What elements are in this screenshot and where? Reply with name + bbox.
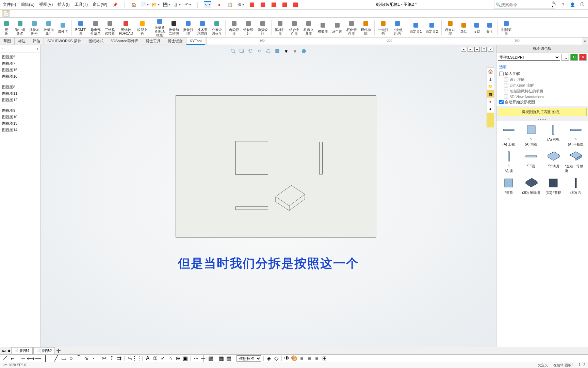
- balloon-icon[interactable]: ①: [152, 355, 158, 362]
- tree-item[interactable]: 图视图16: [0, 73, 40, 80]
- viewport-min-icon[interactable]: ‒: [474, 47, 480, 52]
- part-file-select[interactable]: 零件3.SLDPRT: [498, 54, 560, 61]
- orient-color1-icon[interactable]: ●: [487, 98, 494, 105]
- point-tool-icon[interactable]: ·: [91, 355, 97, 362]
- ribbon-addnum[interactable]: 批量加 图号: [27, 19, 42, 36]
- orient-yellow2-icon[interactable]: [487, 120, 494, 128]
- tab-标注[interactable]: 标注: [15, 37, 29, 45]
- view-thumb[interactable]: *等轴测: [543, 150, 565, 173]
- menu-insert[interactable]: 插入(I): [58, 2, 69, 7]
- sheet-tab[interactable]: 📄图纸1: [11, 347, 33, 354]
- view-thumb[interactable]: *当前: [498, 177, 520, 195]
- ribbon-flange[interactable]: 法兰库: [330, 21, 344, 34]
- view-thumb[interactable]: (3D) 右: [565, 177, 587, 195]
- opt-auto-project[interactable]: 自动开始投影视图: [499, 99, 585, 105]
- tab-评估[interactable]: 评估: [29, 37, 44, 45]
- prev-view-icon[interactable]: [247, 48, 254, 55]
- orient-home-icon[interactable]: 🏠: [487, 68, 494, 75]
- tree-item[interactable]: 图视图11: [0, 90, 40, 97]
- refresh-button[interactable]: ↻: [570, 54, 578, 61]
- layer-select[interactable]: -依照标准-: [236, 355, 261, 362]
- red2-icon[interactable]: 🟥: [260, 2, 266, 8]
- ribbon-print[interactable]: 批量打 印: [181, 19, 195, 36]
- view-thumb[interactable]: *下视: [520, 150, 542, 173]
- surface-finish-icon[interactable]: ✓: [160, 355, 166, 362]
- tree-item[interactable]: 图视图9: [0, 107, 40, 114]
- weld-symbol-icon[interactable]: ⌂: [167, 355, 173, 362]
- tree-item[interactable]: 图视图15: [0, 67, 40, 73]
- view-thumb[interactable]: ✎(A) 平板型: [565, 124, 587, 147]
- part-iso-view[interactable]: [275, 185, 306, 219]
- view-thumb[interactable]: (A) 右视: [543, 124, 565, 147]
- ribbon-setting[interactable]: 设置: [470, 21, 483, 34]
- dim-vert-icon[interactable]: │: [43, 355, 49, 362]
- help-icon[interactable]: ?: [560, 2, 566, 8]
- opt-dimxpert[interactable]: DimXpert 注解: [499, 82, 585, 88]
- hide-show-icon[interactable]: ▾: [283, 48, 290, 55]
- ribbon-export[interactable]: 导出部 件清单: [88, 19, 103, 36]
- print-icon[interactable]: 🖨: [174, 2, 180, 8]
- gtol-icon[interactable]: ⊕: [175, 355, 181, 362]
- viewport-prev-icon[interactable]: ◂: [461, 47, 466, 52]
- centerline-icon[interactable]: ┼: [200, 355, 206, 362]
- tree-item[interactable]: 图视图12: [0, 97, 40, 103]
- ribbon-replace[interactable]: 批量替 换图纸 模版: [152, 18, 167, 37]
- part-front-view[interactable]: [235, 141, 268, 175]
- menu-tools[interactable]: 工具(T): [75, 2, 88, 7]
- options-icon[interactable]: ⚙: [238, 2, 244, 8]
- menu-view[interactable]: 视图(V): [39, 2, 53, 7]
- rotate-icon[interactable]: [265, 48, 272, 55]
- table2-icon[interactable]: ▤: [226, 355, 232, 362]
- view-thumb[interactable]: ✎(A) 上视: [498, 124, 520, 147]
- ribbon-spring[interactable]: 弹簧设 计: [256, 19, 270, 36]
- note-icon[interactable]: A: [145, 355, 151, 362]
- red4-icon[interactable]: 🟥: [281, 2, 288, 8]
- home-icon[interactable]: 🏠: [131, 2, 137, 8]
- appearance-icon[interactable]: ●: [292, 48, 298, 55]
- tab-3DSource零件库[interactable]: 3DSource零件库: [107, 37, 142, 45]
- ribbon-u1[interactable]: 自定义1: [408, 21, 424, 34]
- ribbon-pack[interactable]: 一键打 包: [376, 19, 390, 36]
- new-icon[interactable]: 📄: [142, 2, 148, 8]
- layer1-icon[interactable]: ◈: [266, 355, 272, 362]
- bulb-icon[interactable]: ●: [216, 2, 222, 8]
- tab-图纸格式[interactable]: 图纸格式: [85, 37, 107, 45]
- part-right-view[interactable]: [319, 142, 323, 174]
- datum-icon[interactable]: ▣: [182, 355, 188, 362]
- about-icon[interactable]: ⓘ: [579, 2, 585, 8]
- sheet-tab[interactable]: 📄图纸2: [33, 347, 55, 354]
- search-dropdown-icon[interactable]: 🔍▾: [552, 1, 556, 8]
- line-tool-icon[interactable]: ╱: [53, 355, 59, 362]
- save-icon[interactable]: 💾: [163, 2, 169, 8]
- orient-color2-icon[interactable]: ●: [487, 105, 494, 113]
- dim-horiz-icon[interactable]: —: [35, 355, 41, 362]
- sketch-corner-icon[interactable]: ⌐: [10, 355, 16, 362]
- search-box[interactable]: 🔍 🔍▾: [494, 1, 555, 9]
- ribbon-gb[interactable]: 国标件 库: [273, 19, 287, 36]
- color-display-icon[interactable]: 🎨: [291, 355, 297, 362]
- trim-icon[interactable]: ✂: [101, 355, 107, 362]
- pin-icon[interactable]: 📌: [112, 2, 118, 8]
- menu-file[interactable]: 文件(F): [3, 2, 16, 7]
- ribbon-color[interactable]: 模型上 色: [135, 19, 149, 36]
- ribbon-convert[interactable]: 三维格 式转换: [103, 19, 117, 36]
- align-center-icon[interactable]: ≡: [306, 355, 312, 362]
- offset-icon[interactable]: ⇉: [116, 355, 122, 362]
- ribbon-pdf[interactable]: 图纸转 PDFCAD: [117, 19, 135, 36]
- viewport-close-icon[interactable]: ✕: [488, 47, 493, 52]
- distribute-icon[interactable]: ⊞: [321, 355, 327, 362]
- ribbon-u2[interactable]: 自定义2: [424, 21, 440, 34]
- opt-design-annotations[interactable]: 设计注解: [499, 77, 585, 82]
- display-style-icon[interactable]: [274, 48, 281, 55]
- ribbon-pipe[interactable]: 石化管 件库: [344, 19, 359, 36]
- orient-folder-icon[interactable]: 📁: [487, 83, 494, 90]
- align-left-icon[interactable]: ≡: [299, 355, 305, 362]
- menu-window[interactable]: 窗口(W): [93, 2, 107, 7]
- ribbon-sprocket[interactable]: 链轮设 计: [241, 19, 256, 36]
- menu-edit[interactable]: 编辑(E): [21, 2, 34, 7]
- ribbon-edit[interactable]: 更 改: [0, 19, 13, 36]
- orient-multi-icon[interactable]: ▦: [487, 90, 494, 98]
- sketch-line-icon[interactable]: ／: [2, 355, 8, 362]
- opt-3d-annotations[interactable]: 3D View Annotations: [499, 94, 585, 99]
- search-input[interactable]: [501, 2, 552, 7]
